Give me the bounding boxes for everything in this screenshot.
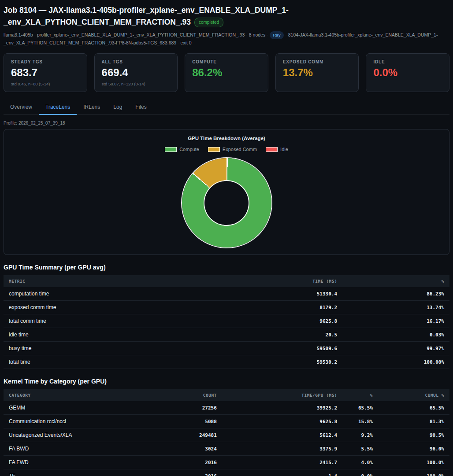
table-header-row: METRICTIME (MS)% [4, 275, 449, 287]
table-row: total comm time9625.816.17% [4, 314, 449, 328]
table-cell: 65.5% [342, 401, 378, 415]
table-cell: 2016 [137, 469, 222, 476]
table-cell: GEMM [4, 401, 137, 415]
column-header: TIME (MS) [253, 275, 342, 287]
legend-label: Exposed Comm [223, 147, 257, 152]
meta-segment: llama3.1-405b [4, 32, 33, 37]
table-cell: 3375.9 [222, 442, 342, 456]
meta-separator: · [245, 32, 249, 37]
table-cell: 5088 [137, 415, 222, 428]
kernel-table: CATEGORYCOUNTTIME/GPU (MS)%CUMUL %GEMM27… [4, 389, 449, 476]
table-cell: 0.0% [342, 469, 378, 476]
ray-badge: Ray [270, 31, 284, 39]
table-cell: FA FWD [4, 456, 137, 469]
chart-panel: GPU Time Breakdown (Average) ComputeExpo… [4, 129, 449, 255]
table-cell: 20.5 [253, 328, 342, 342]
table-cell: total time [4, 355, 253, 369]
tab-tracelens[interactable]: TraceLens [39, 100, 77, 115]
table-cell: Communication rccl/nccl [4, 415, 137, 428]
job-title-text: Job 8104 — JAX-llama3.1-405b-profiler_xp… [4, 6, 289, 26]
table-cell: 1.4 [222, 469, 342, 476]
tab-files[interactable]: Files [129, 100, 153, 114]
tab-irlens[interactable]: IRLens [77, 100, 107, 114]
meta-separator: · [284, 32, 288, 37]
stat-card-all-tgs: ALL TGS669.4std 58.07, n=120 (0-14) [94, 53, 178, 92]
table-cell: 59530.2 [253, 355, 342, 369]
stat-card-steady-tgs: STEADY TGS683.7std 0.46, n=80 (5-14) [4, 53, 87, 92]
table-cell: 8179.2 [253, 301, 342, 314]
table-row: busy time59509.699.97% [4, 342, 449, 355]
legend-swatch [208, 147, 220, 152]
table-row: FA BWD30243375.95.5%96.0% [4, 442, 449, 456]
table-cell: total comm time [4, 314, 253, 328]
meta-segment: exit 0 [181, 40, 192, 45]
tab-log[interactable]: Log [107, 100, 129, 114]
table-cell: 99.97% [342, 342, 449, 355]
stat-card-compute: COMPUTE86.2% [185, 53, 268, 92]
job-meta: llama3.1-405b · profiler_xplane-_env_ENA… [4, 31, 449, 47]
table-row: Uncategorized Events/XLA2494815612.49.2%… [4, 428, 449, 442]
stat-card-exposed-comm: EXPOSED COMM13.7% [275, 53, 359, 92]
stat-label: EXPOSED COMM [283, 59, 352, 64]
table-cell: 27256 [137, 401, 222, 415]
table-cell: 16.17% [342, 314, 449, 328]
job-detail-page: Job 8104 — JAX-llama3.1-405b-profiler_xp… [0, 0, 453, 476]
tab-bar: OverviewTraceLensIRLensLogFiles [4, 100, 449, 115]
stat-value: 683.7 [11, 66, 80, 79]
stat-label: IDLE [373, 59, 442, 64]
column-header: COUNT [137, 389, 222, 401]
table-cell: exposed comm time [4, 301, 253, 314]
table-cell: 9625.8 [253, 314, 342, 328]
table-cell: 2016 [137, 456, 222, 469]
stat-sub: std 0.46, n=80 (5-14) [11, 81, 80, 86]
table-cell: idle time [4, 328, 253, 342]
table-cell: 100.0% [378, 469, 449, 476]
table-cell: 96.0% [378, 442, 449, 456]
meta-separator: · [265, 32, 269, 37]
donut-chart [182, 158, 271, 247]
gpu-summary-table: METRICTIME (MS)%computation time51330.48… [4, 275, 449, 369]
section-title-kernel: Kernel Time by Category (per GPU) [4, 378, 449, 385]
table-cell: 249481 [137, 428, 222, 442]
column-header: CUMUL % [378, 389, 449, 401]
legend-swatch [165, 147, 177, 152]
stat-sub: std 58.07, n=120 (0-14) [102, 81, 171, 86]
stat-value: 86.2% [192, 66, 261, 79]
profile-label: Profile: 2026_02_25_07_39_18 [4, 121, 449, 125]
table-cell: 9625.8 [222, 415, 342, 428]
table-cell: TE [4, 469, 137, 476]
table-row: TE20161.40.0%100.0% [4, 469, 449, 476]
table-cell: 15.8% [342, 415, 378, 428]
table-header-row: CATEGORYCOUNTTIME/GPU (MS)%CUMUL % [4, 389, 449, 401]
table-cell: Uncategorized Events/XLA [4, 428, 137, 442]
tab-overview[interactable]: Overview [4, 100, 39, 114]
table-cell: 81.3% [378, 415, 449, 428]
column-header: CATEGORY [4, 389, 137, 401]
table-cell: 86.23% [342, 287, 449, 301]
table-row: total time59530.2100.00% [4, 355, 449, 369]
stat-card-idle: IDLE0.0% [366, 53, 449, 92]
legend-item-idle[interactable]: Idle [266, 147, 288, 152]
donut-hole [204, 181, 249, 225]
table-cell: 9.2% [342, 428, 378, 442]
stat-label: STEADY TGS [11, 59, 80, 64]
legend-item-exposed-comm[interactable]: Exposed Comm [208, 147, 257, 152]
chart-title: GPU Time Breakdown (Average) [9, 136, 444, 141]
chart-legend: ComputeExposed CommIdle [9, 147, 444, 152]
table-row: exposed comm time8179.213.74% [4, 301, 449, 314]
meta-separator: · [176, 40, 180, 45]
table-row: Communication rccl/nccl50889625.815.8%81… [4, 415, 449, 428]
stat-value: 13.7% [283, 66, 352, 79]
donut-wrap [9, 158, 444, 247]
section-title-gpu-summary: GPU Time Summary (per GPU avg) [4, 264, 449, 271]
column-header: METRIC [4, 275, 253, 287]
table-cell: 0.03% [342, 328, 449, 342]
table-cell: 13.74% [342, 301, 449, 314]
meta-segment: profiler_xplane-_env_ENABLE_XLA_DUMP_1-_… [37, 32, 245, 37]
table-cell: 2415.7 [222, 456, 342, 469]
table-cell: 3024 [137, 442, 222, 456]
meta-separator: · [33, 32, 37, 37]
meta-segment: 8 nodes [249, 32, 265, 37]
legend-item-compute[interactable]: Compute [165, 147, 199, 152]
table-cell: 59509.6 [253, 342, 342, 355]
